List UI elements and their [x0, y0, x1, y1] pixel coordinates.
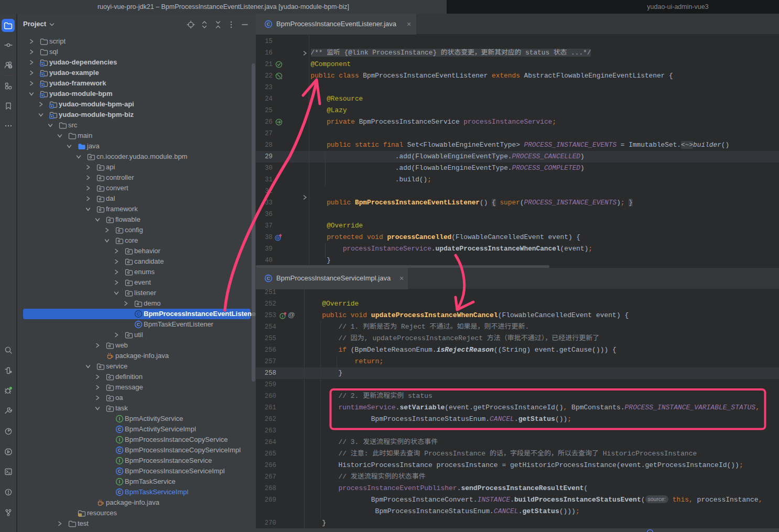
- svg-text:?: ?: [9, 65, 12, 69]
